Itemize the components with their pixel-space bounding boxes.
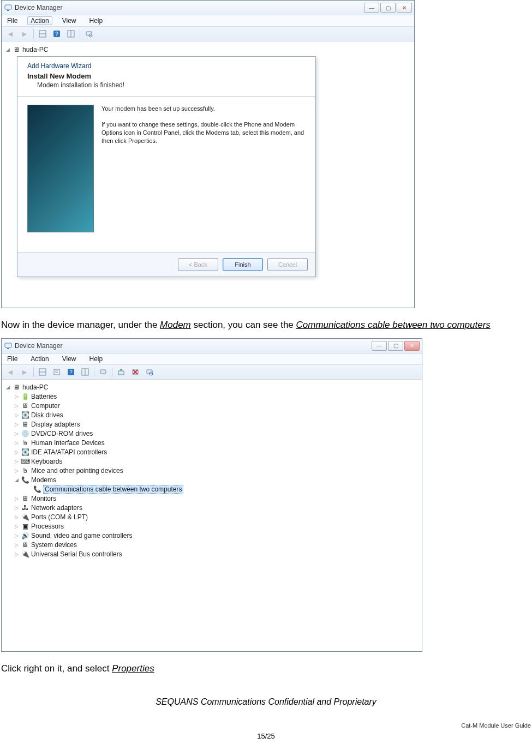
modem-icon: 📞: [21, 476, 29, 484]
tree-root-1[interactable]: ◢ 🖥 huda-PC: [4, 45, 412, 54]
svg-text:?: ?: [69, 369, 73, 375]
scan-icon[interactable]: [97, 365, 110, 379]
window-title-2: Device Manager: [15, 342, 62, 350]
node-ide[interactable]: ▷💽IDE ATA/ATAPI controllers: [4, 448, 420, 457]
node-dvd[interactable]: ▷💿DVD/CD-ROM drives: [4, 429, 420, 439]
node-network[interactable]: ▷🖧Network adapters: [4, 503, 420, 513]
collapse-arrow-icon: ▷: [14, 459, 19, 464]
page-number: 15/25: [1, 732, 531, 740]
expand-arrow-icon: ◢: [5, 47, 10, 52]
svg-rect-10: [5, 343, 11, 347]
node-display[interactable]: ▷🖥Display adapters: [4, 420, 420, 429]
collapse-arrow-icon: ▷: [14, 524, 19, 529]
grid-icon[interactable]: [36, 365, 49, 379]
grid2-icon[interactable]: [79, 365, 92, 379]
node-computer[interactable]: ▷🖥Computer: [4, 401, 420, 411]
help-icon[interactable]: ?: [50, 27, 63, 40]
port-icon: 🔌: [21, 513, 29, 521]
mouse-icon: 🖱: [21, 466, 29, 475]
page-footer: SEQUANS Communications Confidential and …: [1, 697, 531, 740]
node-hid[interactable]: ▷🖱Human Interface Devices: [4, 439, 420, 448]
minimize-button[interactable]: —: [372, 341, 387, 351]
toolbar-2: ◄ ► ?: [2, 365, 422, 380]
tree-root-2[interactable]: ◢ 🖥 huda-PC: [4, 383, 420, 392]
collapse-arrow-icon: ▷: [14, 422, 19, 427]
toolbar-1: ◄ ► ?: [2, 27, 414, 41]
guide-title: Cat-M Module User Guide: [1, 722, 531, 729]
node-keyboards[interactable]: ▷⌨Keyboards: [4, 457, 420, 466]
help-icon[interactable]: ?: [64, 365, 77, 379]
back-button[interactable]: < Back: [178, 258, 218, 271]
add-hardware-wizard: Add Hardware Wizard Install New Modem Mo…: [17, 56, 316, 277]
menu-help[interactable]: Help: [86, 355, 106, 363]
properties-icon[interactable]: [50, 365, 63, 379]
computer-icon: 🖥: [12, 45, 21, 54]
svg-rect-11: [7, 348, 9, 349]
tree-pane-2: ◢ 🖥 huda-PC ▷🔋Batteries ▷🖥Computer ▷💽Dis…: [2, 380, 422, 651]
maximize-button[interactable]: ▢: [380, 3, 396, 13]
menu-action[interactable]: Action: [27, 16, 52, 25]
menu-file[interactable]: File: [4, 16, 21, 25]
maximize-button[interactable]: ▢: [388, 341, 403, 351]
svg-rect-0: [5, 5, 11, 9]
window-title-1: Device Manager: [15, 4, 62, 11]
uninstall-icon[interactable]: [129, 365, 142, 379]
node-disk[interactable]: ▷💽Disk drives: [4, 411, 420, 420]
collapse-arrow-icon: ▷: [14, 505, 19, 511]
svg-rect-21: [100, 370, 106, 374]
svg-rect-22: [118, 371, 124, 375]
close-button[interactable]: ✕: [397, 3, 412, 13]
grid2-icon[interactable]: [64, 27, 77, 40]
node-mice[interactable]: ▷🖱Mice and other pointing devices: [4, 466, 420, 476]
modem-icon: 📞: [33, 485, 41, 494]
collapse-arrow-icon: ▷: [14, 449, 19, 455]
finish-button[interactable]: Finish: [223, 258, 263, 271]
node-system[interactable]: ▷🖥System devices: [4, 541, 420, 550]
collapse-arrow-icon: ▷: [14, 394, 19, 399]
collapse-arrow-icon: ▷: [14, 431, 19, 436]
tree-pane-1: ◢ 🖥 huda-PC Add Hardware Wizard Install …: [2, 41, 414, 308]
close-button[interactable]: ✕: [404, 341, 420, 351]
menu-file[interactable]: File: [4, 355, 21, 363]
forward-icon: ►: [18, 365, 31, 379]
menu-view[interactable]: View: [59, 355, 80, 363]
update-driver-icon[interactable]: [115, 365, 128, 379]
minimize-button[interactable]: —: [364, 3, 379, 13]
node-comm-cable[interactable]: 📞Communications cable between two comput…: [4, 485, 420, 494]
grid-icon[interactable]: [36, 27, 49, 40]
instruction-paragraph-1: Now in the device manager, under the Mod…: [1, 319, 531, 332]
devmgr-icon: [4, 3, 13, 12]
instruction-paragraph-2: Click right on it, and select Properties: [1, 663, 531, 675]
sound-icon: 🔊: [21, 531, 29, 540]
node-processors[interactable]: ▷▣Processors: [4, 522, 420, 531]
node-modems[interactable]: ◢📞Modems: [4, 476, 420, 485]
node-usb[interactable]: ▷🔌Universal Serial Bus controllers: [4, 550, 420, 559]
back-icon: ◄: [4, 27, 17, 40]
node-monitors[interactable]: ▷🖥Monitors: [4, 494, 420, 503]
titlebar-1: Device Manager — ▢ ✕: [2, 1, 414, 15]
menu-help[interactable]: Help: [86, 16, 106, 25]
system-icon: 🖥: [21, 541, 29, 549]
confidential-notice: SEQUANS Communications Confidential and …: [1, 697, 531, 707]
expand-arrow-icon: ◢: [5, 385, 10, 390]
scan-icon[interactable]: [82, 27, 95, 40]
devmgr-icon: [4, 341, 13, 350]
collapse-arrow-icon: ▷: [14, 412, 19, 418]
svg-rect-14: [54, 369, 59, 375]
scan-hardware-icon[interactable]: [143, 365, 156, 379]
menu-view[interactable]: View: [59, 16, 80, 25]
monitor-icon: 🖥: [21, 494, 29, 503]
cancel-button[interactable]: Cancel: [267, 258, 308, 271]
menu-action[interactable]: Action: [27, 355, 52, 363]
back-icon: ◄: [4, 365, 17, 379]
node-sound[interactable]: ▷🔊Sound, video and game controllers: [4, 531, 420, 541]
collapse-arrow-icon: ▷: [14, 542, 19, 548]
wizard-line1: Your modem has been set up successfully.: [101, 105, 306, 113]
ide-icon: 💽: [21, 448, 29, 457]
root-label-1: huda-PC: [22, 46, 48, 53]
node-ports[interactable]: ▷🔌Ports (COM & LPT): [4, 513, 420, 522]
para1-modem: Modem: [160, 320, 191, 330]
usb-icon: 🔌: [21, 550, 29, 559]
node-batteries[interactable]: ▷🔋Batteries: [4, 392, 420, 401]
titlebar-2: Device Manager — ▢ ✕: [2, 339, 422, 353]
